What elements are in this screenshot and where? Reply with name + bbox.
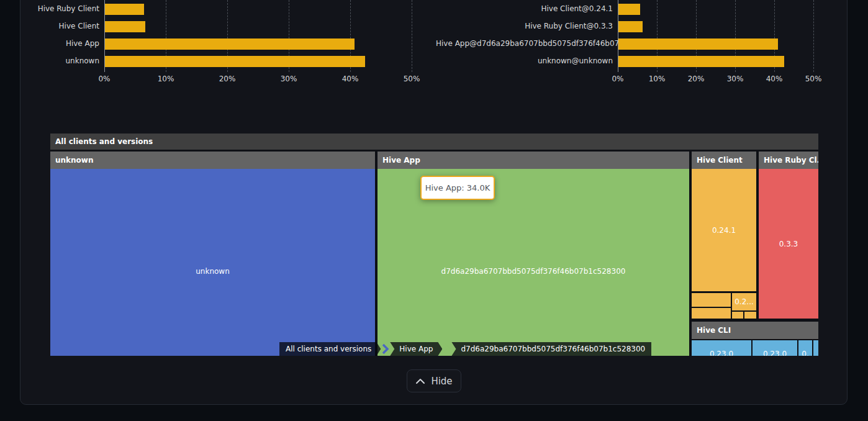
treemap-cell-hive-client-sub1[interactable] [692, 293, 731, 307]
treemap-cell-hive-client-sub3[interactable] [692, 308, 731, 319]
category-label: Hive App [6, 39, 99, 48]
cell-label: 0.2... [735, 297, 754, 306]
x-axis-tick-label: 20% [207, 75, 247, 83]
x-axis-tick-label: 40% [754, 75, 794, 83]
bar[interactable] [618, 4, 640, 15]
treemap: All clients and versions unknown unknown… [50, 134, 818, 356]
treemap-root-header[interactable]: All clients and versions [50, 134, 818, 150]
chart-tooltip: Hive App: 34.0K [420, 176, 495, 200]
treemap-cell-hive-cli-3[interactable]: 0. [798, 340, 812, 356]
treemap-header-unknown[interactable]: unknown [50, 152, 375, 169]
bar[interactable] [618, 21, 643, 32]
cell-label: 0.23.0 [763, 350, 787, 356]
breadcrumb-item-root[interactable]: All clients and versions [279, 342, 381, 356]
treemap-cell-hive-cli-1[interactable]: 0.23.0 [692, 340, 751, 356]
category-label: Hive Ruby Client@0.3.3 [436, 22, 613, 30]
cell-label: 0.23.0 [710, 350, 733, 356]
bar[interactable] [618, 56, 784, 67]
gridline [813, 0, 814, 72]
treemap-section-hive-cli: Hive CLI 0.23.0 0.23.0 0. [692, 322, 818, 356]
category-label: Hive App@d7d6a29ba6707bbd5075df376f46b07… [436, 39, 613, 48]
x-axis-tick-label: 50% [392, 75, 432, 83]
cell-label: 0.3.3 [779, 240, 798, 248]
bar[interactable] [105, 38, 355, 50]
gridline [412, 0, 412, 72]
x-axis-tick-label: 10% [146, 75, 186, 83]
treemap-cell-hive-client-sub5[interactable] [744, 312, 756, 319]
cell-label: unknown [196, 267, 230, 276]
hide-button[interactable]: Hide [407, 369, 461, 392]
hide-button-label: Hide [431, 376, 452, 387]
x-axis-tick-label: 20% [676, 75, 716, 83]
category-label: Hive Client@0.24.1 [436, 4, 613, 13]
bar[interactable] [105, 21, 145, 32]
category-label: Hive Ruby Client [6, 4, 99, 13]
tooltip-text: Hive App: 34.0K [425, 183, 491, 192]
cell-label: 0. [802, 350, 808, 356]
treemap-section-unknown: unknown unknown [50, 152, 375, 356]
treemap-header-hive-ruby-client[interactable]: Hive Ruby Cl... [759, 152, 818, 169]
treemap-header-hive-cli[interactable]: Hive CLI [692, 322, 818, 339]
treemap-cell-hive-client-sub4[interactable] [732, 312, 743, 319]
cell-label: 0.24.1 [712, 226, 736, 235]
treemap-header-hive-client[interactable]: Hive Client [692, 152, 756, 169]
category-label: unknown@unknown [436, 57, 613, 65]
bar[interactable] [105, 4, 144, 15]
x-axis-tick-label: 50% [793, 75, 833, 83]
treemap-header-hive-app[interactable]: Hive App [377, 152, 689, 169]
chevron-right-icon [443, 342, 451, 356]
treemap-cell-hive-ruby-version[interactable]: 0.3.3 [759, 169, 818, 319]
x-axis-tick-label: 30% [715, 75, 755, 83]
chevron-right-icon [381, 342, 389, 356]
treemap-cell-hive-client-main[interactable]: 0.24.1 [692, 169, 756, 291]
category-label: unknown [6, 57, 99, 65]
breadcrumb-item-version-hash[interactable]: d7d6a29ba6707bbd5075df376f46b07b1c528300 [451, 342, 651, 356]
chevron-up-icon [415, 378, 425, 384]
treemap-cell-unknown[interactable]: unknown [50, 169, 375, 356]
cell-label: d7d6a29ba6707bbd5075df376f46b07b1c528300 [441, 267, 626, 276]
bar[interactable] [618, 38, 778, 50]
treemap-cell-hive-cli-2[interactable]: 0.23.0 [753, 340, 797, 356]
bar[interactable] [105, 56, 365, 67]
treemap-section-hive-ruby-client: Hive Ruby Cl... 0.3.3 [759, 152, 818, 319]
treemap-breadcrumb: All clients and versions Hive App d7d6a2… [279, 342, 651, 356]
x-axis-tick-label: 10% [637, 75, 677, 83]
treemap-cell-hive-cli-4[interactable] [813, 340, 818, 356]
x-axis-tick-label: 40% [330, 75, 370, 83]
category-label: Hive Client [6, 22, 99, 30]
treemap-cell-hive-client-sub2[interactable]: 0.2... [732, 293, 756, 310]
x-axis-tick-label: 0% [84, 75, 124, 83]
breadcrumb-item-hive-app[interactable]: Hive App [390, 342, 442, 356]
treemap-section-hive-client: Hive Client 0.24.1 0.2... [692, 152, 756, 319]
x-axis-tick-label: 30% [269, 75, 309, 83]
x-axis-tick-label: 0% [598, 75, 638, 83]
